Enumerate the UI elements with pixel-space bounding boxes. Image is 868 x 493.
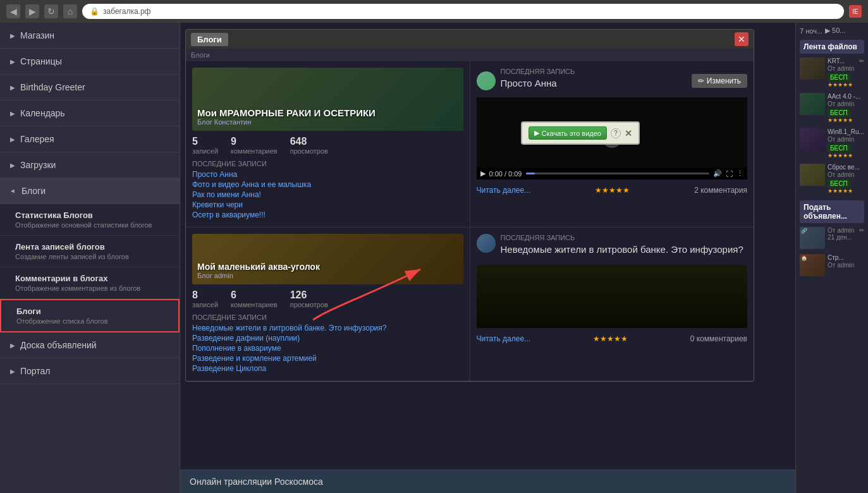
read-more-link[interactable]: Читать далее... [477, 186, 531, 195]
blog1-link-0[interactable]: Просто Анна [192, 170, 463, 179]
sidebar-item-label: Магазин [20, 30, 54, 40]
item-author: От admin [828, 262, 864, 269]
item-author: От admin [828, 65, 857, 72]
blog2-subtitle: Блог admin [197, 272, 320, 279]
blog1-links: Просто Анна Фото и видео Анна и ее малыш… [192, 170, 463, 219]
submenu-title: Блоги [16, 307, 168, 316]
stat-label: записей [192, 301, 218, 308]
last-entry-title: Неведомые жители в литровой банке. Это и… [501, 244, 743, 255]
blog2-image: Мой маленький аква-уголок Блог admin [192, 234, 463, 284]
sidebar-item-label: Загрузки [20, 160, 56, 170]
sidebar-item-magazin[interactable]: ▶ Магазин [0, 23, 180, 49]
thumbnail: 🏠 [800, 254, 825, 276]
item-stars: ★★★★★ [828, 117, 864, 123]
sidebar-item-gallery[interactable]: ▶ Галерея [0, 126, 180, 152]
thumbnail: 🔗 [800, 227, 825, 249]
right-sidebar-item-win81: Win8.1_Ru... От admin БЕСП ★★★★★ [800, 128, 864, 159]
sidebar-item-board[interactable]: ▶ Доска объявлений [0, 332, 180, 358]
item-author: От admin [828, 100, 864, 107]
popup-top-bar: Блоги ✕ [186, 30, 754, 49]
submenu-item-comments[interactable]: Комментарии в блогах Отображение коммент… [0, 267, 180, 299]
forward-button[interactable]: ▶ [25, 4, 39, 18]
arrow-icon: ▶ [10, 136, 15, 143]
item-author: От admin [828, 136, 864, 143]
item-author: От admin [828, 171, 864, 178]
blog1-link-1[interactable]: Фото и видео Анна и ее малышка [192, 180, 463, 189]
arrow-icon: ▶ [10, 368, 15, 375]
address-bar[interactable]: 🔒 забегалка.рф [82, 4, 844, 19]
back-button[interactable]: ◀ [6, 4, 20, 18]
rating-stars: ★★★★★ [595, 186, 630, 195]
blog1-stats: 5 записей 9 комментариев 648 просмотров [192, 136, 463, 155]
download-close-button[interactable]: ✕ [625, 128, 632, 138]
stat-label: записей [192, 147, 218, 155]
blog1-right: ПОСЛЕДНЯЯ ЗАПИСЬ Просто Анна ✏ Изменить … [470, 61, 754, 227]
blog2-link-3[interactable]: Разведение и кормление артемией [192, 354, 463, 363]
edit-button[interactable]: ✏ Изменить [692, 74, 747, 88]
sidebar-item-label: Birthday Greeter [20, 82, 85, 92]
more-icon[interactable]: ⋮ [737, 169, 743, 178]
stat-num: 8 [192, 289, 218, 301]
blog2-link-2[interactable]: Пополнение в аквариуме [192, 344, 463, 353]
right-sidebar-item-sbros: Сброс ве... От admin БЕСП ★★★★★ [800, 164, 864, 194]
sidebar: ▶ Магазин ▶ Страницы ▶ Birthday Greeter … [0, 23, 180, 493]
sidebar-item-label: Страницы [20, 56, 62, 66]
fullscreen-icon[interactable]: ⛶ [726, 170, 733, 178]
right-sidebar-item-krt: KRT... От admin БЕСП ★★★★★ ✏ [800, 58, 864, 88]
stat-label: просмотров [290, 301, 328, 308]
submenu-desc: Отображение списка блогов [16, 317, 168, 325]
sidebar-item-blogs[interactable]: ▼ Блоги [0, 178, 180, 204]
video-play-icon[interactable]: ▶ [480, 169, 486, 178]
item-badge: БЕСП [828, 109, 850, 117]
blog2-link-4[interactable]: Разведение Циклопа [192, 364, 463, 373]
arrow-icon: ▶ [10, 32, 15, 39]
pencil-icon: ✏ [698, 76, 704, 85]
item-title: KRT... [828, 58, 857, 65]
item-badge: БЕСП [828, 73, 850, 82]
edit-icon[interactable]: ✏ [859, 227, 864, 234]
download-button[interactable]: ▶ Скачать это видео [529, 126, 607, 140]
breadcrumb: Блоги [186, 49, 754, 61]
arrow-icon: ▶ [10, 58, 15, 65]
blog1-left: Мои МРАМОРНЫЕ РАКИ И ОСЕТРИКИ Блог Конст… [186, 61, 470, 227]
bottom-title: Онлайн трансляции Роскосмоса [190, 477, 323, 487]
read-more-link[interactable]: Читать далее... [477, 334, 531, 343]
sidebar-item-birthday[interactable]: ▶ Birthday Greeter [0, 75, 180, 100]
thumbnail [800, 93, 825, 115]
edit-icon[interactable]: ✏ [859, 58, 864, 64]
ads-sidebar-title: Подать объявлен... [800, 200, 864, 223]
blog2-right: ПОСЛЕДНЯЯ ЗАПИСЬ Неведомые жители в литр… [470, 228, 754, 380]
center-content: Блоги ✕ Блоги Мои МРАМОРНЫЕ РАКИ И ОСЕТР… [180, 23, 795, 493]
submenu-title: Лента записей блогов [15, 242, 169, 252]
comments-count: 2 комментария [694, 186, 747, 195]
submenu-item-stats[interactable]: Статистика Блогов Отображение основной с… [0, 204, 180, 236]
blog2-link-0[interactable]: Неведомые жители в литровой банке. Это и… [192, 324, 463, 332]
blog2-video-area [477, 265, 748, 328]
blog2-title: Мой маленький аква-уголок [197, 262, 320, 272]
popup-close-button[interactable]: ✕ [735, 32, 749, 46]
blog2-link-1[interactable]: Разведение дафнии (науплии) [192, 334, 463, 343]
blog2-stats: 8 записей 6 комментариев 126 просмотров [192, 289, 463, 308]
main-popup: Блоги ✕ Блоги Мои МРАМОРНЫЕ РАКИ И ОСЕТР… [185, 29, 754, 382]
submenu-desc: Отображение комментариев из блогов [15, 284, 169, 292]
blog1-link-4[interactable]: Осетр в аквариуме!!! [192, 210, 463, 219]
help-icon[interactable]: ? [611, 128, 621, 138]
stat-num: 9 [231, 136, 278, 147]
sidebar-item-calendar[interactable]: ▶ Календарь [0, 100, 180, 126]
submenu-item-blogslist[interactable]: Блоги Отображение списка блогов [0, 299, 180, 332]
popup-header-tag: Блоги [191, 33, 228, 46]
blog1-link-3[interactable]: Креветки чери [192, 200, 463, 209]
sidebar-item-label: Блоги [21, 186, 46, 196]
sidebar-item-downloads[interactable]: ▶ Загрузки [0, 152, 180, 178]
sidebar-item-stranitsy[interactable]: ▶ Страницы [0, 49, 180, 75]
blog-section-1: Мои МРАМОРНЫЕ РАКИ И ОСЕТРИКИ Блог Конст… [186, 61, 754, 228]
sidebar-item-portal[interactable]: ▶ Портал [0, 358, 180, 384]
volume-icon[interactable]: 🔊 [713, 169, 722, 178]
blog1-link-2[interactable]: Рак по имени Анна! [192, 190, 463, 199]
sidebar-item-label: Доска объявлений [20, 340, 97, 350]
home-button[interactable]: ⌂ [63, 4, 77, 18]
blog2-footer: Читать далее... ★★★★★ 0 комментариев [477, 332, 748, 346]
submenu-item-feed[interactable]: Лента записей блогов Создание ленты запи… [0, 236, 180, 267]
reload-button[interactable]: ↻ [44, 4, 58, 18]
stat-num: 6 [231, 289, 278, 301]
